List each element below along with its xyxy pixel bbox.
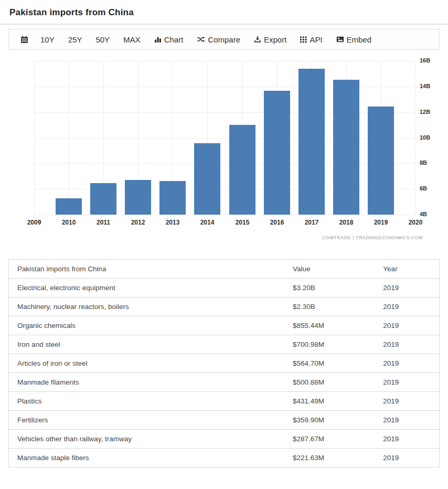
value-cell: $2.30B [284,297,375,316]
value-cell: $221.63M [284,449,375,467]
download-icon [254,36,261,43]
table-row[interactable]: Manmade filaments$500.88M2019 [9,373,440,392]
x-axis-tick-label: 2011 [89,219,118,226]
image-icon [336,36,344,43]
table-header-row: Pakistan imports from China Value Year [9,260,440,279]
export-button[interactable]: Export [247,29,293,49]
table-row[interactable]: Iron and steel$700.98M2019 [9,335,440,354]
api-button[interactable]: API [293,29,329,49]
category-cell: Iron and steel [9,335,284,354]
year-cell: 2019 [375,335,439,354]
x-axis-tick-label: 2019 [366,219,396,226]
value-cell: $431.49M [284,392,375,411]
range-button-max[interactable]: MAX [116,29,147,49]
v-gridline [34,61,35,215]
value-cell: $287.67M [284,430,375,449]
calendar-button[interactable] [15,29,34,49]
year-cell: 2019 [375,279,439,297]
bar-2011[interactable] [90,183,116,215]
shuffle-icon [197,36,205,43]
x-axis-tick-label: 2009 [19,219,49,226]
calendar-icon [20,36,28,44]
table-row[interactable]: Plastics$431.49M2019 [9,392,440,411]
chart-section: COMTRADE | TRADINGECONOMICS.COM 16B14B12… [0,50,448,259]
x-axis-tick-label: 2017 [297,219,326,226]
chart-button-label: Chart [164,35,184,44]
value-cell: $855.44M [284,316,375,335]
y-axis-tick-label: 16B [420,57,430,63]
range-button-50y[interactable]: 50Y [89,29,116,49]
range-button-group: 10Y25Y50YMAX [34,29,147,49]
bar-2014[interactable] [194,143,220,215]
bar-2010[interactable] [56,198,82,215]
compare-button[interactable]: Compare [190,29,247,49]
bar-2018[interactable] [333,80,359,215]
range-button-25y[interactable]: 25Y [61,29,89,49]
bar-2016[interactable] [264,91,290,215]
category-cell: Electrical, electronic equipment [9,279,284,297]
year-cell: 2019 [375,449,439,467]
category-cell: Articles of iron or steel [9,354,284,373]
category-cell: Organic chemicals [9,316,284,335]
x-axis-tick-label: 2013 [158,219,187,226]
v-gridline [69,61,69,215]
bar-2019[interactable] [368,107,394,215]
table-row[interactable]: Machinery, nuclear reactors, boilers$2.3… [9,297,440,316]
x-axis-tick-label: 2020 [401,219,430,226]
y-axis-tick-label: 4B [420,211,427,217]
action-button-group: ChartCompareExportAPIEmbed [147,29,378,49]
table-row[interactable]: Electrical, electronic equipment$3.20B20… [9,279,440,297]
value-cell: $3.20B [284,279,375,297]
column-header-value: Value [284,260,375,279]
x-axis-tick-label: 2014 [193,219,222,226]
value-cell: $700.98M [284,335,375,354]
imports-table-section: Pakistan imports from China Value Year E… [8,259,440,467]
bar-2013[interactable] [159,181,186,215]
bar-2015[interactable] [229,125,255,215]
chart-button[interactable]: Chart [147,29,190,49]
table-row[interactable]: Vehicles other than railway, tramway$287… [9,430,440,449]
v-gridline [415,61,415,215]
chart-plot-area [34,61,415,215]
category-cell: Manmade staple fibers [9,449,284,467]
bar-chart-icon [154,36,162,43]
y-axis-tick-label: 6B [420,185,427,192]
x-axis-tick-label: 2016 [262,219,292,226]
grid-icon [300,36,307,43]
api-button-label: API [310,35,322,44]
table-row[interactable]: Organic chemicals$855.44M2019 [9,316,440,335]
table-row[interactable]: Fertilizers$359.90M2019 [9,411,440,430]
category-cell: Manmade filaments [9,373,284,392]
bar-2012[interactable] [125,180,151,215]
chart-toolbar: 10Y25Y50YMAX ChartCompareExportAPIEmbed [8,29,440,50]
range-button-10y[interactable]: 10Y [34,29,61,49]
x-axis-tick-label: 2012 [123,219,153,226]
h-gridline [34,215,415,215]
export-button-label: Export [264,35,286,44]
x-axis-tick-label: 2015 [228,219,257,226]
imports-table: Pakistan imports from China Value Year E… [8,259,440,467]
value-cell: $564.70M [284,354,375,373]
column-header-year: Year [375,260,439,279]
category-cell: Vehicles other than railway, tramway [9,430,284,449]
page-header: Pakistan imports from China [0,0,448,25]
table-row[interactable]: Articles of iron or steel$564.70M2019 [9,354,440,373]
compare-button-label: Compare [208,35,240,44]
year-cell: 2019 [375,373,439,392]
year-cell: 2019 [375,297,439,316]
year-cell: 2019 [375,430,439,449]
y-axis-tick-label: 8B [420,160,427,166]
bar-2017[interactable] [298,69,325,215]
year-cell: 2019 [375,392,439,411]
value-cell: $500.88M [284,373,375,392]
h-gridline [34,61,415,61]
category-cell: Fertilizers [9,411,284,430]
year-cell: 2019 [375,354,439,373]
column-header-category: Pakistan imports from China [9,260,284,279]
table-row[interactable]: Manmade staple fibers$221.63M2019 [9,449,440,467]
x-axis-tick-label: 2010 [54,219,83,226]
year-cell: 2019 [375,316,439,335]
y-axis-tick-label: 10B [420,134,430,141]
page-title: Pakistan imports from China [9,7,439,18]
embed-button[interactable]: Embed [329,29,379,49]
